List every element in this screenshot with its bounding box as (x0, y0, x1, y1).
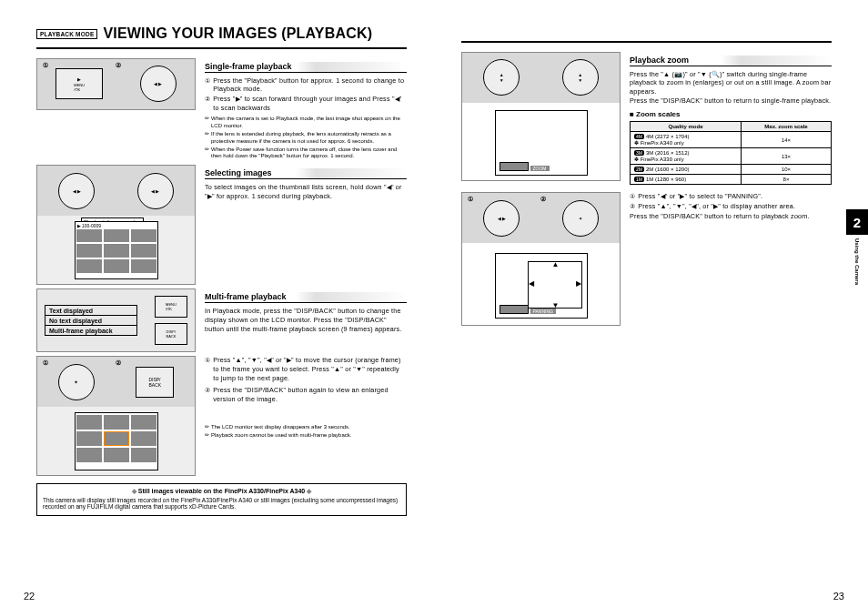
main-title: VIEWING YOUR IMAGES (PLAYBACK) (103, 25, 372, 42)
multi-frame-steps: ①Press "▲", "▼", "◀" or "▶" to move the … (205, 356, 407, 404)
mode-badge: PLAYBACK MODE (36, 29, 97, 39)
zoom-scales-heading: ■ Zoom scales (630, 110, 832, 118)
zoom-body: Press the "▲ (📷)" or "▼ (🔍)" switch duri… (630, 70, 832, 106)
page-left: PLAYBACK MODE VIEWING YOUR IMAGES (PLAYB… (0, 0, 434, 607)
display-menu: Text displayed No text displayed Multi-f… (45, 305, 137, 336)
heading-single-frame: Single-frame playback (205, 62, 407, 73)
chapter-label: Using the Camera (854, 238, 860, 285)
page-number-right: 23 (833, 591, 844, 602)
illus-zoom-1: ▲▼ ▲▼ ZOOM (461, 52, 621, 181)
footer-info-box: Still images viewable on the FinePix A33… (36, 483, 407, 516)
menu-item: No text displayed (45, 316, 136, 326)
zoom-scales-table: Quality mode Max. zoom scale 4M4M (2272 … (630, 121, 832, 185)
heading-selecting: Selecting images (205, 168, 407, 179)
selecting-body: To select images on the thumbnail lists … (205, 183, 407, 200)
chapter-tab: 2 Using the Camera (846, 209, 868, 285)
heading-playback-zoom: Playback zoom (630, 56, 832, 66)
illus-selecting: ◀ ▶ ◀ ▶ Playback frame number ▶ 100-0009 (36, 165, 196, 285)
page-number-left: 22 (24, 591, 35, 602)
footer-body: This camera will display still images re… (43, 497, 400, 510)
zoom-pan-steps: ①Press "◀" or "▶" to select to "PANNING"… (630, 192, 832, 220)
illus-zoom-2: ① ◀ ▶ ② ✦ ▲ ▼ ◀ ▶ (461, 192, 621, 326)
menu-item: Multi-frame playback (45, 326, 136, 335)
illus-single-frame: ① ▶MENU/OK ② ◀ ▶ (36, 58, 196, 110)
single-frame-notes: ✏When the camera is set to Playback mode… (205, 116, 407, 160)
chapter-number: 2 (846, 209, 868, 235)
multi-frame-body: In Playback mode, press the "DISP/BACK" … (205, 307, 407, 333)
heading-multi-frame: Multi-frame playback (205, 292, 407, 303)
illus-multi-menu: Text displayed No text displayed Multi-f… (36, 288, 196, 352)
page-title-row: PLAYBACK MODE VIEWING YOUR IMAGES (PLAYB… (36, 25, 407, 42)
footer-title: Still images viewable on the FinePix A33… (43, 488, 400, 495)
multi-frame-notes: ✏The LCD monitor text display disappears… (205, 424, 407, 440)
page-right: ▲▼ ▲▼ ZOOM Playback zoom Press the "▲ (📷… (434, 0, 868, 607)
menu-item: Text displayed (45, 306, 136, 316)
single-frame-steps: ①Press the "Playback" button for approx.… (205, 76, 407, 113)
illus-multi-steps: ① ✦ ② DISP/BACK (36, 356, 196, 476)
